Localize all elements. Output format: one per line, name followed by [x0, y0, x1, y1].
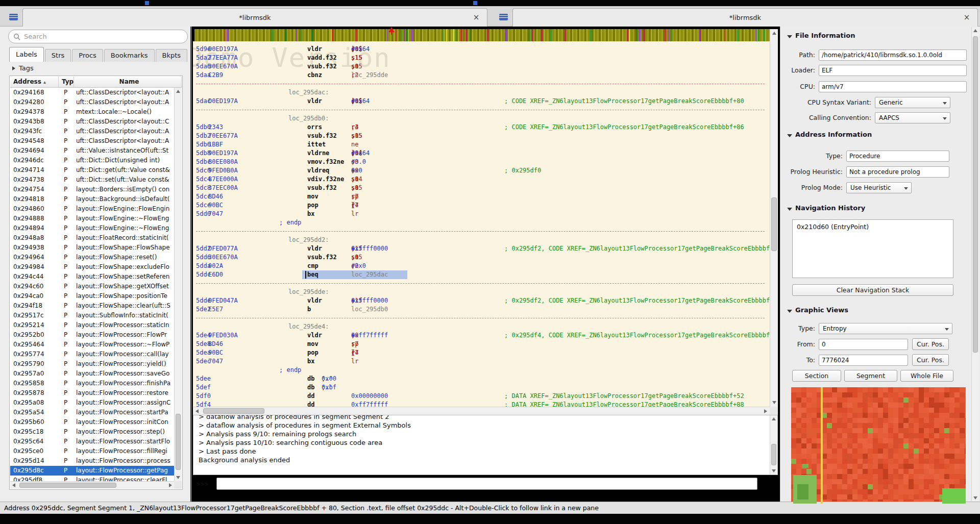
label-row[interactable]: 0x2943b8Puft::ClassDescriptor<layout::C — [10, 117, 174, 127]
label-row[interactable]: 0x294894Playout::FlowEngine::~FlowEng — [10, 223, 174, 233]
label-row[interactable]: 0x294818Playout::Background::isDefault( — [10, 194, 174, 204]
asm-label-line[interactable]: loc_295dd2: — [193, 236, 770, 244]
navigation-history-item[interactable]: 0x210d60 (EntryPoint) — [797, 223, 869, 231]
scroll-down-icon[interactable] — [772, 401, 776, 404]
labels-table-header[interactable]: Address ▴ Type Name — [10, 77, 182, 88]
column-header-type[interactable]: Type — [59, 77, 74, 87]
label-row[interactable]: 0x295214Playout::FlowProcessor::staticIn — [10, 320, 174, 330]
asm-line-5de4[interactable]: 5de49FED030Avldrs0, = 0xff7fffff; 0x295d… — [193, 331, 770, 340]
search-box[interactable] — [8, 30, 188, 43]
label-row[interactable]: 0x294c60Playout::FlowShape::getXOffset — [10, 282, 174, 291]
asm-line-5db8[interactable]: 5db890ED197Avldrnes14, [r0, #0x64] — [193, 149, 770, 158]
pane-icon[interactable] — [9, 14, 18, 20]
label-row[interactable]: 0x295464Playout::FlowProcessor::~FlowP — [10, 340, 174, 350]
asm-line-5dde[interactable]: 5ddeDFED047Avldrs15, = 0xffff0000; 0x295… — [193, 296, 770, 305]
section-file-information[interactable]: File Information — [787, 32, 855, 40]
label-row[interactable]: 0x295ce0Playout::FlowProcessor::fillRegi — [10, 446, 174, 456]
log-vertical-scrollbar[interactable] — [770, 415, 777, 475]
scroll-up-icon[interactable] — [973, 29, 977, 32]
label-row[interactable]: 0x294f18Playout::FlowShape::clear(uft::S — [10, 301, 174, 311]
calling-convention-select[interactable]: AAPCS — [875, 112, 950, 123]
asm-line-5dc4[interactable]: 5dc487EE000Avdiv.f32nes0, s14, s0 — [193, 175, 770, 184]
scrollbar-thumb[interactable] — [771, 197, 777, 251]
sidebar-tab-labels[interactable]: Labels — [9, 47, 44, 62]
sidebar-tab-bookmarks[interactable]: Bookmarks — [104, 49, 155, 62]
asm-line-5dec[interactable]: 5dec7047bxlr — [193, 357, 770, 366]
navigation-history-list[interactable]: 0x210d60 (EntryPoint) — [792, 219, 953, 278]
from-cur-pos-button[interactable]: Cur. Pos. — [912, 338, 949, 350]
to-input[interactable] — [819, 355, 908, 366]
asm-label-line[interactable]: loc_295de4: — [193, 322, 770, 331]
asm-line-5dd6[interactable]: 5dd630EE670Avsub.f32s0, s0, s15 — [193, 253, 770, 262]
document-tab-2[interactable]: *librmsdk × — [512, 8, 978, 27]
label-row[interactable]: 0x2946dcPuft::Dict::Dict(unsigned int) — [10, 156, 174, 165]
asm-line-5db0[interactable]: 5db02343orrsr3, r4; CODE XREF=_ZN6layout… — [193, 123, 770, 132]
segment-button[interactable]: Segment — [844, 370, 897, 382]
label-row[interactable]: 0x294378Pmtext::Locale::~Locale() — [10, 107, 174, 117]
scrollbar-thumb[interactable] — [973, 36, 978, 353]
prolog-mode-select[interactable]: Use Heuristic — [846, 182, 912, 193]
label-row[interactable]: 0x294168Puft::ClassDescriptor<layout::A — [10, 88, 174, 97]
clear-navigation-stack-button[interactable]: Clear Navigation Stack — [792, 284, 953, 296]
asm-line-5dd0[interactable]: 5dd07047bxlr — [193, 210, 770, 218]
analysis-log[interactable]: > dataflow analysis of procedures in seg… — [193, 415, 778, 475]
label-row[interactable]: 0x295790Playout::FlowProcessor::yield() — [10, 359, 174, 369]
asm-line-5de8[interactable]: 5de8BD46movsp, r7 — [193, 340, 770, 348]
asm-line-5da2[interactable]: 5da277EEA77Avadd.f32s15, s15, s15 — [193, 54, 770, 62]
label-row[interactable]: 0x295878Playout::FlowProcessor::restore — [10, 388, 174, 398]
from-input[interactable] — [819, 339, 908, 350]
label-row[interactable]: 0x295c18Playout::FlowProcessor::step() — [10, 427, 174, 437]
label-row[interactable]: 0x295a54Playout::FlowProcessor::startPa — [10, 408, 174, 417]
asm-line-5d9e[interactable]: 5d9eD0ED197Avldrs15, [r0, #0x64] — [193, 45, 770, 54]
close-icon[interactable]: × — [472, 13, 481, 22]
label-row[interactable]: 0x294938Playout::FlowShape::FlowShape — [10, 243, 174, 253]
label-row[interactable]: 0x295c64Playout::FlowProcessor::startFlo — [10, 437, 174, 446]
to-cur-pos-button[interactable]: Cur. Pos. — [912, 354, 949, 366]
scroll-up-icon[interactable] — [176, 90, 180, 93]
label-row[interactable]: 0x294964Playout::FlowShape::reset() — [10, 253, 174, 262]
section-graphic-views[interactable]: Graphic Views — [787, 306, 848, 314]
whole-file-button[interactable]: Whole File — [900, 370, 953, 382]
address-type-input[interactable] — [846, 151, 949, 162]
asm-line-5dda[interactable]: 5dda002Acmpr2, #0x0 — [193, 262, 770, 270]
scroll-up-icon[interactable] — [772, 32, 776, 35]
label-row[interactable]: 0x295df8Playout::FlowProcessor::clearFl — [10, 476, 174, 481]
label-row[interactable]: 0x295858Playout::FlowProcessor::finishPa — [10, 379, 174, 388]
graphic-type-select[interactable]: Entropy — [819, 323, 952, 334]
label-row[interactable]: 0x294548Puft::ClassDescriptor<layout::A — [10, 136, 174, 146]
path-input[interactable] — [819, 49, 967, 61]
label-row[interactable]: 0x294694Puft::Value::isInstanceOf(uft::S… — [10, 146, 174, 156]
label-row[interactable]: 0x2943fcPuft::ClassDescriptor<layout::A — [10, 127, 174, 136]
close-icon[interactable]: × — [962, 13, 971, 22]
loader-input[interactable] — [819, 65, 967, 76]
label-row[interactable]: 0x295d8cPlayout::FlowProcessor::getPag — [10, 466, 174, 476]
label-row[interactable]: 0x294888Playout::FlowEngine::~FlowEng — [10, 214, 174, 223]
label-row[interactable]: 0x295a08Playout::FlowProcessor::assignC — [10, 398, 174, 408]
search-input[interactable] — [24, 31, 182, 42]
label-row[interactable]: 0x294c44Playout::FlowShape::setReferen — [10, 272, 174, 282]
segment-navigation-strip[interactable] — [194, 29, 770, 41]
asm-line-5dd2[interactable]: 5dd2DFED077Avldrs15, = 0xffff0000; 0x295… — [193, 244, 770, 253]
scrollbar-thumb[interactable] — [19, 483, 116, 488]
asm-label-line[interactable]: loc_295db0: — [193, 114, 770, 123]
asm-line-5dc8[interactable]: 5dc837EEC00Avsub.f32s0, s15, s0 — [193, 184, 770, 192]
listing-horizontal-scrollbar[interactable] — [193, 407, 770, 415]
asm-line-5def[interactable]: 5defdb0xbf ; '.' — [193, 383, 770, 392]
asm-label-line[interactable]: loc_295dde: — [193, 288, 770, 296]
listing-vertical-scrollbar[interactable] — [770, 29, 778, 407]
label-row[interactable]: 0x294714Puft::Dict::get(uft::Value const… — [10, 165, 174, 175]
label-row[interactable]: 0x29517cPlayout::SubflowInfo::staticInit… — [10, 311, 174, 320]
scroll-down-icon[interactable] — [772, 469, 776, 472]
label-row[interactable]: 0x295d14Playout::FlowProcessor::process — [10, 456, 174, 466]
sidebar-tab-strs[interactable]: Strs — [45, 49, 71, 62]
scroll-down-icon[interactable] — [176, 476, 180, 479]
asm-line-5db6[interactable]: 5db61BBFittetne — [193, 140, 770, 149]
asm-line-5df4[interactable]: 5df4dd0xff7fffff; DATA XREF=_ZN6layout13… — [193, 401, 770, 407]
label-row[interactable]: 0x294754Playout::Borders::isEmpty() con — [10, 185, 174, 194]
scrollbar-thumb[interactable] — [203, 408, 264, 414]
asm-line-5dea[interactable]: 5dea90BCpop{r4, r7} — [193, 348, 770, 357]
column-header-address[interactable]: Address ▴ — [10, 77, 59, 87]
labels-horizontal-scrollbar[interactable] — [10, 481, 174, 489]
label-row[interactable]: 0x294738Puft::Dict::set(uft::Value const… — [10, 175, 174, 185]
asm-line-5dc0[interactable]: 5dc09FED0B0Avldreqs0, = 0x0; 0x295df0 — [193, 166, 770, 175]
